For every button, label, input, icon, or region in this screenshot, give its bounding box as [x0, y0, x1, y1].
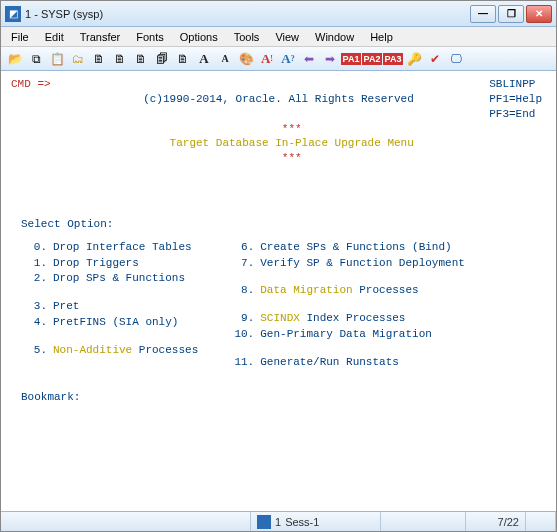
select-option-label: Select Option: [21, 217, 546, 232]
option-number: 2. [21, 271, 47, 286]
option-row [21, 331, 198, 342]
option-row[interactable]: 5.Non-Additive Processes [21, 343, 198, 358]
pf3-end: PF3=End [489, 107, 542, 122]
option-label[interactable]: Non-Additive Processes [53, 343, 198, 358]
session-name: Sess-1 [285, 516, 319, 528]
menu-fonts[interactable]: Fonts [128, 29, 172, 45]
option-number: 11. [228, 355, 254, 370]
option-number: 1. [21, 256, 47, 271]
option-row[interactable]: 8.Data Migration Processes [228, 283, 465, 298]
option-row[interactable]: 2.Drop SPs & Functions [21, 271, 198, 286]
font-a-red-icon[interactable]: A! [257, 49, 277, 69]
option-row [21, 287, 198, 298]
maximize-button[interactable]: ❐ [498, 5, 524, 23]
option-row[interactable]: 6.Create SPs & Functions (Bind) [228, 240, 465, 255]
cursor-position: 7/22 [466, 512, 526, 531]
option-row[interactable]: 10.Gen-Primary Data Migration [228, 327, 465, 342]
option-row[interactable]: 0.Drop Interface Tables [21, 240, 198, 255]
pa1-button[interactable]: PA1 [341, 49, 361, 69]
option-row[interactable]: 1.Drop Triggers [21, 256, 198, 271]
option-label[interactable]: Gen-Primary Data Migration [260, 327, 432, 342]
left-arrow-icon[interactable]: ⬅ [299, 49, 319, 69]
options-left-column: 0.Drop Interface Tables1.Drop Triggers2.… [21, 240, 198, 370]
menubar: File Edit Transfer Fonts Options Tools V… [1, 27, 556, 47]
menu-title-line: *** Target Database In-Place Upgrade Men… [11, 107, 546, 181]
menu-edit[interactable]: Edit [37, 29, 72, 45]
menu-view[interactable]: View [267, 29, 307, 45]
pf1-help: PF1=Help [489, 92, 542, 107]
option-label[interactable]: Drop Interface Tables [53, 240, 192, 255]
option-number: 0. [21, 240, 47, 255]
options-right-column: 6.Create SPs & Functions (Bind)7.Verify … [228, 240, 465, 370]
close-button[interactable]: ✕ [526, 5, 552, 23]
statusbar: 1 Sess-1 7/22 [1, 511, 556, 531]
option-number: 5. [21, 343, 47, 358]
option-label[interactable]: Verify SP & Function Deployment [260, 256, 465, 271]
font-large-icon[interactable]: A [194, 49, 214, 69]
option-label[interactable]: Data Migration Processes [260, 283, 418, 298]
session-icon [257, 515, 271, 529]
copyright-line: (c)1990-2014, Oracle. All Rights Reserve… [11, 92, 546, 107]
terminal-area[interactable]: SBLINPP PF1=Help PF3=End CMD => (c)1990-… [1, 71, 556, 511]
screen-id: SBLINPP [489, 77, 542, 92]
paste-icon[interactable]: 📋 [47, 49, 67, 69]
status-session[interactable]: 1 Sess-1 [251, 512, 381, 531]
window-title: 1 - SYSP (sysp) [25, 8, 470, 20]
palette-icon[interactable]: 🎨 [236, 49, 256, 69]
doc2-icon[interactable]: 🗎 [110, 49, 130, 69]
option-row[interactable]: 7.Verify SP & Function Deployment [228, 256, 465, 271]
font-a-blue-icon[interactable]: A? [278, 49, 298, 69]
screen-icon[interactable]: 🖵 [446, 49, 466, 69]
doc1-icon[interactable]: 🗎 [89, 49, 109, 69]
key-icon[interactable]: 🔑 [404, 49, 424, 69]
menu-window[interactable]: Window [307, 29, 362, 45]
status-left [1, 512, 251, 531]
pa3-button[interactable]: PA3 [383, 49, 403, 69]
option-row[interactable]: 9.SCINDX Index Processes [228, 311, 465, 326]
option-row [228, 299, 465, 310]
menu-help[interactable]: Help [362, 29, 401, 45]
minimize-button[interactable]: — [470, 5, 496, 23]
right-arrow-icon[interactable]: ➡ [320, 49, 340, 69]
option-number: 10. [228, 327, 254, 342]
menu-options[interactable]: Options [172, 29, 226, 45]
option-label[interactable]: PretFINS (SIA only) [53, 315, 178, 330]
option-row[interactable]: 3.Pret [21, 299, 198, 314]
doc-stack-icon[interactable]: 🗐 [152, 49, 172, 69]
folder-icon[interactable]: 🗂 [68, 49, 88, 69]
open-icon[interactable]: 📂 [5, 49, 25, 69]
menu-file[interactable]: File [3, 29, 37, 45]
doc3-icon[interactable]: 🗎 [131, 49, 151, 69]
menu-transfer[interactable]: Transfer [72, 29, 129, 45]
option-row[interactable]: 11.Generate/Run Runstats [228, 355, 465, 370]
pa2-button[interactable]: PA2 [362, 49, 382, 69]
check-icon[interactable]: ✔ [425, 49, 445, 69]
doc4-icon[interactable]: 🗎 [173, 49, 193, 69]
toolbar: 📂 ⧉ 📋 🗂 🗎 🗎 🗎 🗐 🗎 A A 🎨 A! A? ⬅ ➡ PA1 PA… [1, 47, 556, 71]
option-number: 6. [228, 240, 254, 255]
option-row [228, 271, 465, 282]
status-middle [381, 512, 466, 531]
option-label[interactable]: Pret [53, 299, 79, 314]
option-row [228, 343, 465, 354]
session-number: 1 [275, 516, 281, 528]
bookmark-label: Bookmark: [21, 390, 546, 405]
titlebar: ◩ 1 - SYSP (sysp) — ❐ ✕ [1, 1, 556, 27]
option-number: 3. [21, 299, 47, 314]
window-controls: — ❐ ✕ [470, 5, 552, 23]
option-label[interactable]: Drop Triggers [53, 256, 139, 271]
menu-tools[interactable]: Tools [226, 29, 268, 45]
option-label[interactable]: Create SPs & Functions (Bind) [260, 240, 451, 255]
option-number: 8. [228, 283, 254, 298]
font-small-icon[interactable]: A [215, 49, 235, 69]
app-icon: ◩ [5, 6, 21, 22]
option-label[interactable]: Generate/Run Runstats [260, 355, 399, 370]
option-label[interactable]: Drop SPs & Functions [53, 271, 185, 286]
option-row[interactable]: 4.PretFINS (SIA only) [21, 315, 198, 330]
cmd-prompt[interactable]: CMD => [11, 77, 546, 92]
option-number: 9. [228, 311, 254, 326]
status-end [526, 512, 556, 531]
option-label[interactable]: SCINDX Index Processes [260, 311, 405, 326]
copy-icon[interactable]: ⧉ [26, 49, 46, 69]
option-number: 7. [228, 256, 254, 271]
